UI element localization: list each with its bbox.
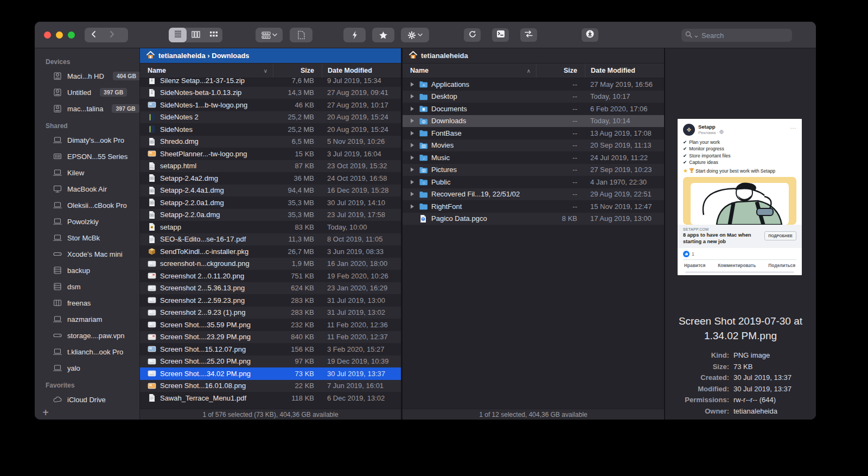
- list-view-button[interactable]: [169, 28, 187, 42]
- file-row[interactable]: SideNotes-1...b-tw-logo.png46 KB27 Aug 2…: [140, 99, 401, 111]
- file-row[interactable]: AApplications--27 May 2019, 16:56: [403, 78, 664, 91]
- file-row[interactable]: Screenshot 2...2.59.23.png283 KB31 Jul 2…: [140, 294, 401, 307]
- minimize-button[interactable]: [56, 31, 63, 39]
- file-row[interactable]: Setapp-2.4.4a1.dmg94,4 MB16 Dec 2019, 15…: [140, 185, 401, 197]
- disclosure-triangle-icon[interactable]: [410, 143, 416, 148]
- back-button[interactable]: [85, 28, 103, 42]
- column-header-size[interactable]: Size: [273, 64, 322, 78]
- disclosure-triangle-icon[interactable]: [410, 192, 416, 196]
- file-row[interactable]: HTMLsetapp.html87 KB23 Oct 2019, 15:32: [140, 160, 401, 173]
- file-row[interactable]: ♪Music--24 Jul 2019, 11:22: [403, 151, 664, 164]
- grid-view-button[interactable]: [205, 28, 222, 42]
- disclosure-triangle-icon[interactable]: [410, 118, 416, 123]
- disclosure-triangle-icon[interactable]: [410, 82, 416, 87]
- sidebar-item-stor-mcbk[interactable]: Stor McBk: [35, 230, 139, 246]
- file-row[interactable]: ◇Public--4 Jan 1970, 22:30: [403, 176, 664, 188]
- sidebar-item-backup[interactable]: backup: [35, 262, 139, 278]
- file-row[interactable]: SendToKindl...c-installer.pkg26,7 MB3 Ju…: [140, 245, 401, 258]
- file-row[interactable]: screenshot-n...ckground.png1,9 MB16 Jan …: [140, 258, 401, 270]
- column-header-name[interactable]: Name ∨: [140, 64, 273, 78]
- favorites-button[interactable]: [372, 28, 394, 42]
- file-row[interactable]: SideNotes-beta-1.0.13.zip14,3 MB27 Aug 2…: [140, 87, 401, 99]
- sidebar-item-mac-talina[interactable]: mac...talina397 GB: [35, 100, 139, 117]
- file-row[interactable]: FontBase--13 Aug 2019, 17:08: [403, 127, 664, 139]
- sidebar-item-storage-paw-vpn[interactable]: storage....paw.vpn: [35, 327, 139, 344]
- file-row[interactable]: Pictures--27 Sep 2019, 10:23: [403, 164, 664, 176]
- sidebar-item-epson-55-series[interactable]: EPSON...55 Series: [35, 148, 139, 164]
- file-row[interactable]: Screen Shot....35.59 PM.png232 KB11 Feb …: [140, 319, 401, 331]
- disclosure-triangle-icon[interactable]: [410, 204, 416, 209]
- left-pathbar[interactable]: tetianaleheida › Downloads: [140, 48, 401, 64]
- sidebar-item-maci-h-hd[interactable]: Maci...h HD404 GB: [35, 68, 139, 84]
- disclosure-triangle-icon[interactable]: [410, 155, 416, 160]
- file-row[interactable]: Screen Shot...16.01.08.png22 KB7 Jun 201…: [140, 380, 401, 392]
- disclosure-triangle-icon[interactable]: [410, 106, 416, 111]
- file-row[interactable]: Shredo.dmg6,5 MB5 Nov 2019, 10:26: [140, 136, 401, 148]
- sidebar-item-nazmariam[interactable]: nazmariam: [35, 311, 139, 327]
- forward-button[interactable]: [103, 28, 120, 42]
- quick-actions-button[interactable]: [343, 28, 366, 42]
- downloads-activity-button[interactable]: [582, 28, 598, 42]
- file-row[interactable]: Downloads--Today, 10:14: [403, 115, 664, 128]
- file-row[interactable]: Setapp-2.2.0a.dmg35,3 MB23 Jul 2019, 17:…: [140, 209, 401, 221]
- file-row[interactable]: Recovered Fil...19, 22/51/02--29 Aug 201…: [403, 188, 664, 201]
- file-row[interactable]: Documents--6 Feb 2020, 17:06: [403, 103, 664, 115]
- file-row[interactable]: SEO-&-Edito...se-16-17.pdf11,3 MB8 Oct 2…: [140, 233, 401, 246]
- file-row[interactable]: Movies--20 Sep 2019, 11:13: [403, 139, 664, 152]
- file-row[interactable]: setapp83 KBToday, 10:00: [140, 221, 401, 233]
- file-row[interactable]: SideNotes25,2 MB20 Aug 2019, 15:24: [140, 123, 401, 136]
- select-button[interactable]: [290, 28, 312, 42]
- add-connection-button[interactable]: +: [39, 406, 52, 419]
- file-row[interactable]: Sawah_Terrace_Menu1.pdf118 KB6 Dec 2019,…: [140, 392, 401, 404]
- right-pathbar[interactable]: tetianaleheida: [403, 48, 664, 64]
- column-header-date[interactable]: Date Modified: [585, 64, 664, 78]
- settings-button[interactable]: [401, 28, 429, 42]
- close-button[interactable]: [44, 31, 51, 39]
- column-view-button[interactable]: [187, 28, 205, 42]
- file-row[interactable]: Screenshot 2...0.11.20.png751 KB19 Feb 2…: [140, 270, 401, 282]
- sidebar-item-yalo[interactable]: yalo: [35, 360, 139, 376]
- disclosure-triangle-icon[interactable]: [410, 131, 416, 136]
- file-row[interactable]: Screen Shot...15.12.07.png156 KB3 Feb 20…: [140, 343, 401, 356]
- zoom-button[interactable]: [68, 31, 75, 39]
- sidebar-item-freenas[interactable]: freenas: [35, 295, 139, 311]
- file-row[interactable]: Screen Shot....25.20 PM.png97 KB19 Dec 2…: [140, 356, 401, 368]
- sidebar-item-dimaty-s-ook-pro[interactable]: Dimaty's...ook Pro: [35, 132, 139, 148]
- file-row[interactable]: Screen Shot....34.02 PM.png73 KB30 Jul 2…: [140, 367, 401, 380]
- file-size: 36 MB: [273, 174, 322, 182]
- sidebar-item-icloud-drive[interactable]: iCloud Drive: [35, 391, 139, 408]
- sidebar-item-label: Stor McBk: [67, 234, 100, 242]
- sidebar-item-dsm[interactable]: dsm: [35, 278, 139, 295]
- file-row[interactable]: SideNotes 225,2 MB20 Aug 2019, 15:24: [140, 111, 401, 124]
- sync-button[interactable]: [464, 28, 481, 42]
- sidebar-item-xcode-s-mac-mini[interactable]: Xcode’s Mac mini: [35, 246, 139, 262]
- file-date: 11 Feb 2020, 12:36: [322, 321, 401, 329]
- file-row[interactable]: Screen Shot....23.29 PM.png840 KB11 Feb …: [140, 331, 401, 344]
- file-row[interactable]: RightFont--15 Nov 2019, 12:47: [403, 200, 664, 213]
- transfer-button[interactable]: [520, 28, 537, 42]
- group-by-button[interactable]: [256, 28, 283, 42]
- search-input[interactable]: [700, 31, 798, 40]
- file-row[interactable]: Desktop--Today, 10:17: [403, 91, 664, 103]
- sidebar-item-powolzkiy[interactable]: Powolzkiy: [35, 213, 139, 230]
- terminal-button[interactable]: [492, 28, 509, 42]
- search-field[interactable]: [681, 29, 792, 42]
- sidebar-item-oleksii-cbook-pro[interactable]: Oleksii...cBook Pro: [35, 197, 139, 213]
- disclosure-triangle-icon[interactable]: [410, 167, 416, 172]
- file-row[interactable]: Screenshot 2...5.36.13.png624 KB23 Jan 2…: [140, 282, 401, 295]
- sidebar-item-t-klianch-ook-pro[interactable]: t.klianch...ook Pro: [35, 344, 139, 360]
- sidebar-item-untitled[interactable]: Untitled397 GB: [35, 84, 139, 100]
- column-header-name[interactable]: Name ∧: [403, 64, 536, 78]
- sidebar-item-macbook-air[interactable]: MacBook Air: [35, 181, 139, 197]
- file-row[interactable]: Screenshot 2...9.23 (1).png283 KB31 Jul …: [140, 307, 401, 319]
- file-row[interactable]: Setapp-2.4a2.dmg36 MB24 Oct 2019, 16:58: [140, 172, 401, 185]
- file-row[interactable]: PPagico Data.pgco8 KB17 Aug 2019, 13:00: [403, 213, 664, 225]
- column-header-date[interactable]: Date Modified: [322, 64, 401, 78]
- file-row[interactable]: Setapp-2.2.0a1.dmg35,3 MB30 Jul 2019, 14…: [140, 196, 401, 209]
- file-row[interactable]: SheetPlanner...-tw-logo.png15 KB3 Jul 20…: [140, 148, 401, 160]
- column-header-size[interactable]: Size: [536, 64, 585, 78]
- sidebar-item-kilew[interactable]: Kilew: [35, 164, 139, 181]
- disclosure-triangle-icon[interactable]: [410, 94, 416, 99]
- file-row[interactable]: Silenz Setap...21-37-15.zip7,6 MB9 Jul 2…: [140, 78, 401, 87]
- disclosure-triangle-icon[interactable]: [410, 180, 416, 185]
